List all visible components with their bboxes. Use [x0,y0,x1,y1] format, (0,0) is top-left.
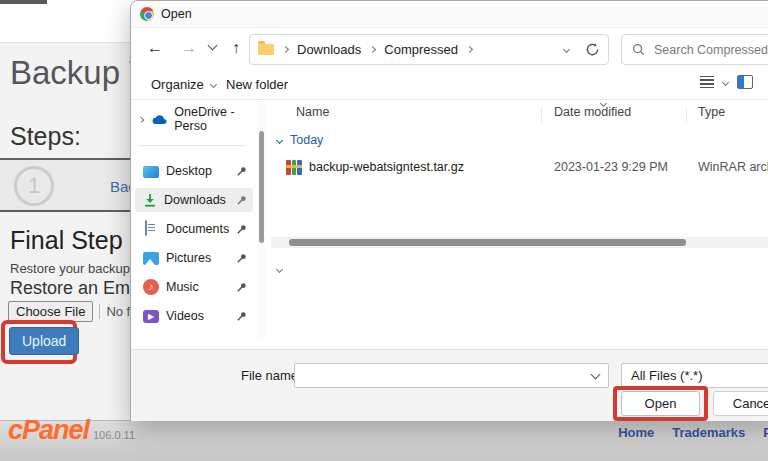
choose-file-button[interactable]: Choose File [8,301,93,322]
dialog-titlebar[interactable]: Open [131,1,768,28]
new-folder-button[interactable]: New folder [226,77,288,92]
sidebar-item-music[interactable]: ♪ Music [135,275,253,299]
sidebar-item-label: OneDrive - Perso [174,105,253,133]
sidebar-item-label: Music [166,280,199,294]
footer-links: Home Trademarks P [618,425,768,440]
organize-button[interactable]: Organize [151,77,216,92]
list-chevron-icon [276,266,283,273]
file-list-horizontal-scrollbar[interactable] [271,237,768,248]
page-footer: cPanel 106.0.11 Home Trademarks P [0,420,768,461]
organize-label: Organize [151,77,204,92]
upload-button[interactable]: Upload [9,327,79,355]
chrome-icon [140,7,154,21]
footer-link-home[interactable]: Home [618,425,654,440]
group-label: Today [290,133,323,147]
pin-icon[interactable] [236,311,247,322]
navigation-pane: OneDrive - Perso Desktop Downloads Docum… [131,101,257,349]
column-header-name[interactable]: Name [296,105,329,119]
file-name: backup-webatsigntest.tar.gz [309,160,464,174]
pin-icon[interactable] [236,195,247,206]
step-box: 1 Bac [0,158,135,212]
dialog-bottom-bar: File name: All Files (*.*) Open Cancel [131,349,768,421]
cpanel-version: 106.0.11 [93,429,135,441]
sidebar-item-label: Desktop [166,164,212,178]
group-collapse-chevron-icon[interactable] [276,136,283,143]
sidebar-item-pictures[interactable]: Pictures [135,246,253,270]
breadcrumb-compressed[interactable]: Compressed [384,42,458,57]
sidebar-item-label: Pictures [166,251,211,265]
search-icon [632,43,645,56]
scrollbar-thumb[interactable] [259,131,264,243]
dialog-toolbar: Organize New folder [131,71,768,100]
open-file-dialog: Open ← → ↑ Downloads Compressed Search [130,0,768,420]
footer-link-trademarks[interactable]: Trademarks [672,425,745,440]
back-icon[interactable]: ← [147,38,163,58]
search-box[interactable]: Search Compressed [621,34,768,65]
forward-icon[interactable]: → [181,38,197,58]
up-icon[interactable]: ↑ [232,38,240,58]
refresh-icon[interactable] [585,42,600,57]
open-button[interactable]: Open [621,391,700,416]
file-name-label: File name: [241,368,302,383]
pin-icon[interactable] [236,253,247,264]
pictures-icon [143,252,159,265]
sidebar-item-videos[interactable]: ▶ Videos [135,304,253,328]
sidebar-item-desktop[interactable]: Desktop [135,159,253,183]
group-header-today[interactable]: Today [277,133,323,147]
column-header-date[interactable]: Date modified [554,105,631,119]
file-name-dropdown-chevron-icon[interactable] [591,370,601,380]
address-bar[interactable]: Downloads Compressed [249,34,609,65]
sidebar-item-label: Videos [166,309,204,323]
view-mode-chevron-icon[interactable] [722,78,729,85]
footer-link-privacy[interactable]: P [763,425,768,440]
desktop-icon [143,166,159,178]
file-date-modified: 2023-01-23 9:29 PM [554,160,668,174]
pin-icon[interactable] [236,282,247,293]
view-mode-icon[interactable] [700,76,714,88]
column-separator[interactable] [686,107,687,123]
pin-icon[interactable] [236,166,247,177]
videos-icon: ▶ [143,310,159,323]
breadcrumb-separator-icon [369,46,376,53]
file-type-select[interactable]: All Files (*.*) [621,363,768,388]
file-list: Name Date modified Type Today backup-web… [271,101,768,349]
onedrive-cloud-icon [150,113,167,125]
sidebar-item-label: Downloads [164,193,226,207]
file-name-input[interactable] [294,363,609,388]
sidebar-scrollbar[interactable] [257,101,265,341]
step-number-icon: 1 [14,166,54,206]
sidebar-item-label: Documents [166,222,229,236]
address-dropdown-chevron-icon[interactable] [563,46,570,53]
recent-locations-chevron-icon[interactable] [208,41,218,51]
breadcrumb-downloads[interactable]: Downloads [297,42,361,57]
column-header-type[interactable]: Type [698,105,725,119]
file-row[interactable]: backup-webatsigntest.tar.gz 2023-01-23 9… [271,155,768,179]
restore-subtext: Restore your backup. [10,261,134,276]
cpanel-logo: cPanel [8,415,89,446]
preview-pane-icon[interactable] [737,75,753,89]
dialog-title: Open [161,7,192,21]
folder-icon [258,44,274,55]
downloads-icon [143,193,157,208]
documents-icon [145,220,147,236]
organize-chevron-icon [210,81,217,88]
sidebar-item-downloads[interactable]: Downloads [135,188,253,212]
dialog-body: OneDrive - Perso Desktop Downloads Docum… [131,101,768,349]
breadcrumb-separator-icon [282,46,289,53]
scrollbar-thumb[interactable] [289,239,686,246]
pin-icon[interactable] [236,224,247,235]
window-edge [0,0,47,4]
file-type: WinRAR archive [698,160,768,174]
sidebar-divider [139,145,245,146]
cancel-button[interactable]: Cancel [713,391,768,416]
dialog-navigation-row: ← → ↑ Downloads Compressed Search Compre… [131,28,768,70]
column-separator[interactable] [541,107,542,123]
final-step-heading: Final Step [10,226,123,255]
winrar-file-icon [286,160,302,175]
search-placeholder: Search Compressed [654,43,768,57]
expand-chevron-icon[interactable] [138,116,145,123]
sidebar-item-onedrive[interactable]: OneDrive - Perso [135,107,253,131]
music-icon: ♪ [143,279,159,295]
steps-heading: Steps: [10,122,81,151]
sidebar-item-documents[interactable]: Documents [135,217,253,241]
